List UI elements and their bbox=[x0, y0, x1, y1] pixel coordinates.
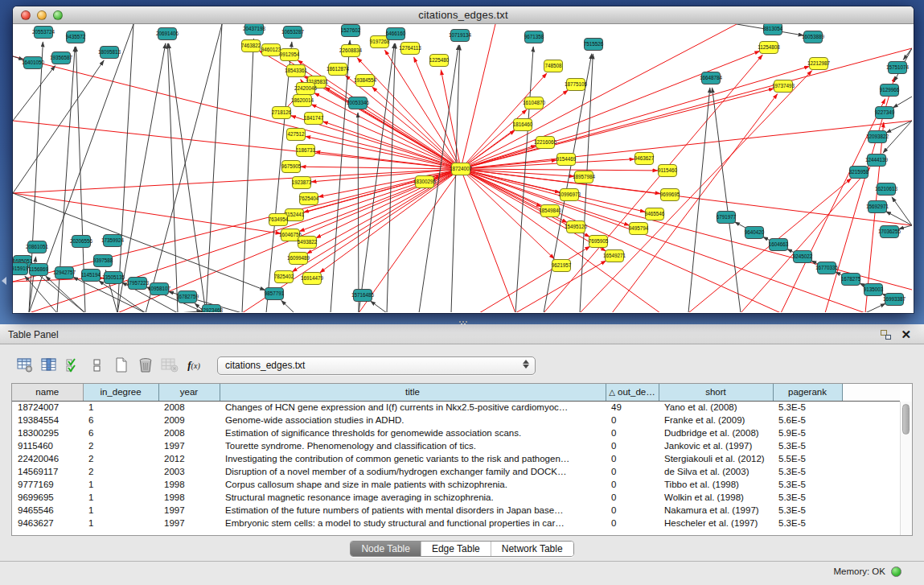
table-cell[interactable]: 2 bbox=[83, 452, 158, 465]
graph-edge[interactable] bbox=[13, 193, 265, 290]
graph-node[interactable]: 9227349 bbox=[875, 107, 895, 119]
table-cell[interactable]: 0 bbox=[606, 478, 659, 491]
graph-edge[interactable] bbox=[13, 193, 281, 233]
graph-edge[interactable] bbox=[178, 311, 202, 312]
graph-node[interactable]: 12212987 bbox=[807, 58, 831, 70]
table-cell[interactable]: Embryonic stem cells: a model to study s… bbox=[220, 517, 606, 529]
column-header-out_de[interactable]: △out_de… bbox=[606, 384, 659, 401]
graph-edge[interactable] bbox=[371, 301, 387, 312]
graph-node[interactable]: 10996973 bbox=[558, 189, 581, 201]
graph-node[interactable]: 9115460 bbox=[658, 165, 678, 177]
show-columns-icon[interactable] bbox=[37, 354, 61, 377]
graph-node[interactable]: 16104870 bbox=[523, 97, 546, 109]
graph-node[interactable]: 17036255 bbox=[878, 226, 901, 238]
table-cell[interactable]: 1998 bbox=[158, 478, 220, 491]
graph-node[interactable]: 9640420 bbox=[745, 227, 765, 239]
table-cell[interactable]: 5.9E-5 bbox=[773, 426, 842, 439]
tab-edge-table[interactable]: Edge Table bbox=[421, 542, 491, 556]
graph-node[interactable]: 11254808 bbox=[758, 42, 780, 54]
graph-node[interactable]: 16053889 bbox=[802, 31, 825, 43]
tab-node-table[interactable]: Node Table bbox=[351, 542, 421, 556]
table-row[interactable]: 977716911998Corpus callosum shape and si… bbox=[12, 478, 900, 491]
table-cell[interactable]: 1 bbox=[83, 478, 158, 491]
graph-node[interactable]: 8813054 bbox=[763, 24, 783, 35]
graph-node[interactable]: 18620014 bbox=[291, 95, 314, 107]
graph-node[interactable]: 8215958 bbox=[849, 167, 869, 179]
graph-node[interactable]: 20553724 bbox=[32, 27, 55, 39]
network-window[interactable]: citations_edges.txt 22608834919726812764… bbox=[13, 6, 914, 313]
table-row[interactable]: 2242004622012Investigating the contribut… bbox=[12, 452, 900, 465]
graph-edge[interactable] bbox=[242, 39, 253, 312]
table-cell[interactable]: 2003 bbox=[158, 465, 220, 478]
graph-node[interactable]: 20206556 bbox=[70, 236, 93, 248]
table-cell[interactable]: 1997 bbox=[158, 517, 220, 529]
graph-node[interactable]: 1604663 bbox=[769, 239, 789, 251]
graph-node[interactable]: 1527602 bbox=[341, 25, 361, 37]
graph-node[interactable]: 9699695 bbox=[660, 189, 680, 201]
graph-edge[interactable] bbox=[206, 24, 222, 312]
table-cell[interactable]: 14569117 bbox=[12, 465, 83, 478]
table-cell[interactable]: 5.3E-5 bbox=[773, 401, 842, 414]
graph-node[interactable]: 9671358 bbox=[524, 31, 544, 43]
graph-edge[interactable] bbox=[467, 170, 912, 225]
table-scrollbar-thumb[interactable] bbox=[902, 404, 910, 435]
split-divider-grip[interactable] bbox=[458, 320, 468, 325]
table-cell[interactable]: 2 bbox=[83, 439, 158, 452]
graph-edge[interactable] bbox=[311, 105, 455, 167]
graph-edge[interactable] bbox=[580, 71, 812, 312]
graph-node[interactable]: 1225480 bbox=[429, 55, 450, 67]
graph-edge[interactable] bbox=[169, 43, 206, 312]
function-builder-icon[interactable]: f(x) bbox=[182, 354, 206, 377]
graph-node[interactable]: 16401050 bbox=[22, 57, 45, 69]
graph-node[interactable]: 19737493 bbox=[772, 80, 795, 93]
table-cell[interactable]: Jankovic et al. (1997) bbox=[659, 439, 773, 452]
table-cell[interactable]: 18724007 bbox=[12, 401, 83, 414]
graph-edge[interactable] bbox=[465, 73, 547, 164]
graph-edge[interactable] bbox=[358, 113, 359, 312]
table-cell[interactable]: de Silva et al. (2003) bbox=[659, 465, 773, 478]
graph-edge[interactable] bbox=[13, 60, 104, 193]
table-row[interactable]: 1938455462009Genome-wide association stu… bbox=[12, 414, 900, 426]
table-cell[interactable]: Wolkin et al. (1998) bbox=[659, 491, 773, 504]
graph-node[interactable]: 12942757 bbox=[53, 267, 76, 279]
graph-node[interactable]: 9435572 bbox=[66, 31, 86, 43]
table-cell[interactable]: 5.3E-5 bbox=[773, 517, 842, 529]
column-header-year[interactable]: year bbox=[158, 384, 220, 401]
graph-node[interactable]: 18612874 bbox=[326, 64, 350, 76]
graph-edge[interactable] bbox=[466, 51, 759, 167]
graph-edge[interactable] bbox=[281, 300, 294, 312]
table-row[interactable]: 946362711997Embryonic stem cells: a mode… bbox=[12, 517, 900, 529]
graph-node[interactable]: 10653287 bbox=[281, 27, 305, 39]
graph-node[interactable]: 7463822 bbox=[241, 40, 261, 52]
graph-node[interactable]: 9135003 bbox=[864, 284, 884, 296]
graph-node[interactable]: 12764113 bbox=[399, 43, 421, 55]
table-cell[interactable]: 0 bbox=[606, 439, 659, 452]
graph-edge[interactable] bbox=[466, 109, 527, 165]
graph-node[interactable]: 7515526 bbox=[584, 39, 604, 51]
table-row[interactable]: 1456911722003Disruption of a novel membe… bbox=[12, 465, 900, 478]
graph-node[interactable]: 9675905 bbox=[281, 161, 302, 173]
graph-edge[interactable] bbox=[892, 197, 912, 225]
graph-node[interactable]: 20053346 bbox=[347, 97, 370, 109]
table-cell[interactable]: 5.3E-5 bbox=[773, 504, 842, 517]
graph-edge[interactable] bbox=[741, 167, 870, 312]
graph-node[interactable]: 7625404 bbox=[299, 193, 319, 205]
table-row[interactable]: 969969511998Structural magnetic resonanc… bbox=[12, 491, 900, 504]
graph-node[interactable]: 9154469 bbox=[556, 154, 577, 166]
graph-node[interactable]: 16782759 bbox=[176, 291, 199, 303]
graph-edge[interactable] bbox=[345, 76, 455, 165]
graph-node[interactable]: 12093822 bbox=[866, 131, 889, 143]
table-cell[interactable]: Yano et al. (2008) bbox=[659, 401, 773, 414]
table-cell[interactable]: 6 bbox=[83, 414, 158, 426]
graph-node[interactable]: 13505135 bbox=[102, 272, 125, 284]
graph-node[interactable]: 10958107 bbox=[148, 283, 171, 295]
graph-node[interactable]: 9463627 bbox=[634, 153, 655, 165]
graph-node[interactable]: 12216060 bbox=[534, 137, 557, 149]
graph-node[interactable]: 16993387 bbox=[883, 294, 906, 306]
graph-node[interactable]: 9460123 bbox=[261, 44, 281, 56]
graph-edge[interactable] bbox=[886, 212, 912, 225]
graph-node[interactable]: 9397588 bbox=[93, 255, 113, 267]
graph-node[interactable]: 18775105 bbox=[565, 79, 588, 91]
new-column-icon[interactable] bbox=[109, 354, 133, 377]
graph-node[interactable]: 18300295 bbox=[413, 176, 437, 188]
